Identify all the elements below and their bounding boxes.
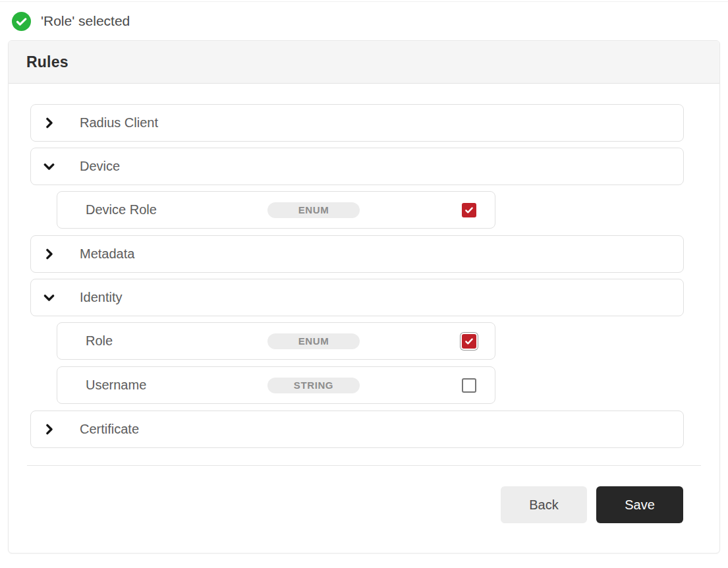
- panel-content: Radius Client Device Device Role ENUM: [9, 84, 719, 523]
- attribute-checkbox[interactable]: [462, 378, 476, 393]
- attribute-row: Username STRING: [57, 366, 495, 404]
- attribute-row: Role ENUM: [57, 322, 495, 360]
- chevron-right-icon: [42, 116, 56, 130]
- section-row-identity[interactable]: Identity: [30, 279, 684, 316]
- sections-list: Radius Client Device Device Role ENUM: [30, 104, 684, 448]
- section-label: Certificate: [80, 422, 139, 437]
- checkmark-icon: [464, 205, 474, 215]
- attribute-group: Device Role ENUM: [57, 191, 495, 229]
- footer-buttons: Back Save: [27, 486, 683, 523]
- section-label: Identity: [80, 290, 122, 305]
- banner-message: 'Role' selected: [41, 13, 130, 29]
- chevron-down-icon: [42, 291, 56, 304]
- check-circle-icon: [12, 12, 31, 31]
- save-button[interactable]: Save: [596, 486, 683, 523]
- attribute-checkbox[interactable]: [462, 203, 476, 217]
- section-row-device[interactable]: Device: [30, 148, 684, 185]
- attribute-label: Device Role: [86, 202, 267, 217]
- section-label: Radius Client: [80, 115, 158, 130]
- checkmark-icon: [464, 336, 474, 347]
- section-row-radius-client[interactable]: Radius Client: [30, 104, 684, 142]
- chevron-right-icon: [42, 247, 56, 261]
- chevron-right-icon: [42, 422, 56, 436]
- section-label: Metadata: [80, 246, 134, 262]
- section-row-metadata[interactable]: Metadata: [30, 235, 684, 273]
- attribute-checkbox[interactable]: [462, 334, 476, 349]
- attribute-label: Username: [86, 378, 267, 393]
- attribute-row: Device Role ENUM: [57, 191, 495, 229]
- type-badge: STRING: [267, 378, 360, 393]
- type-badge: ENUM: [267, 202, 360, 218]
- footer-divider: [27, 465, 701, 466]
- panel-title: Rules: [26, 53, 69, 71]
- chevron-down-icon: [42, 159, 56, 173]
- rules-panel: Rules Radius Client Device Device Role E…: [8, 40, 720, 554]
- attribute-group: Role ENUM Username STRING: [57, 322, 495, 404]
- back-button[interactable]: Back: [501, 486, 587, 523]
- panel-header: Rules: [9, 41, 719, 84]
- success-banner: 'Role' selected: [0, 2, 728, 40]
- attribute-label: Role: [86, 333, 267, 349]
- section-label: Device: [80, 159, 120, 174]
- type-badge: ENUM: [267, 333, 360, 349]
- section-row-certificate[interactable]: Certificate: [30, 411, 684, 448]
